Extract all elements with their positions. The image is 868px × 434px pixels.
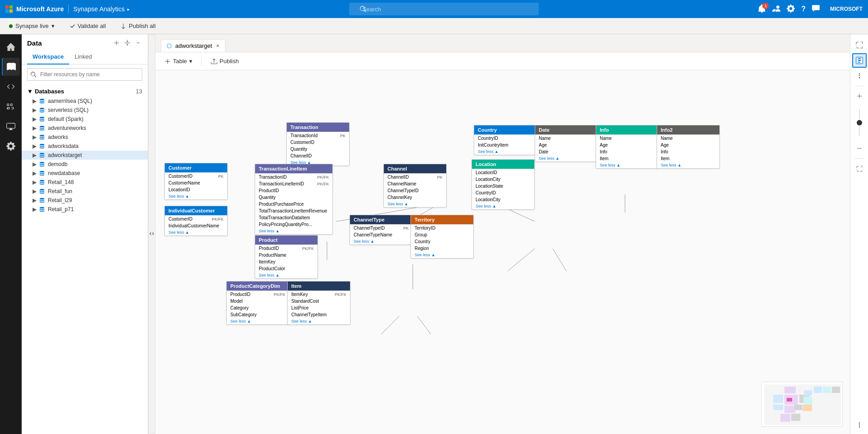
- see-less-link[interactable]: See less ▲: [657, 162, 719, 168]
- db-icon: [39, 206, 45, 212]
- help-icon[interactable]: ?: [801, 5, 806, 13]
- db-item-label: Retail_p71: [48, 206, 74, 212]
- database-item[interactable]: ▶ demodb: [22, 160, 148, 169]
- database-item[interactable]: ▶ Retail_fun: [22, 187, 148, 196]
- see-less-link[interactable]: See less ▲: [596, 162, 658, 168]
- see-less-link[interactable]: See less ▲: [384, 201, 446, 207]
- more-options-button[interactable]: [852, 69, 867, 83]
- see-less-link[interactable]: See less ▲: [535, 155, 597, 162]
- database-item[interactable]: ▶ adventureworks: [22, 124, 148, 133]
- people-icon[interactable]: [772, 5, 780, 14]
- sidebar-data-item[interactable]: [2, 58, 20, 76]
- table-transactionlineitem[interactable]: TransactionLineItem TransactionID PK/FK …: [255, 164, 333, 235]
- column-row: TotalTransactionLineItemRevenue: [255, 208, 332, 214]
- filter-input[interactable]: [27, 68, 142, 81]
- see-less-link[interactable]: See less ▲: [472, 203, 534, 209]
- workspace-tab[interactable]: Workspace: [27, 50, 69, 65]
- zoom-out-button[interactable]: [852, 141, 867, 156]
- expand-view-button[interactable]: [852, 38, 867, 52]
- sidebar-monitor-item[interactable]: [2, 117, 20, 135]
- table-transaction[interactable]: Transaction TransactionId PK CustomerID …: [286, 122, 350, 166]
- zoom-in-button[interactable]: [852, 89, 867, 103]
- svg-rect-28: [773, 405, 783, 410]
- minimap[interactable]: [761, 382, 843, 427]
- expand-icon: ▶: [33, 143, 37, 149]
- table-info[interactable]: Info Name Age Info Item See less ▲: [596, 125, 659, 169]
- add-table-button[interactable]: Table ▾: [161, 56, 196, 66]
- table-channel[interactable]: Channel ChannelID PK ChannelName Channel…: [383, 164, 447, 208]
- database-item[interactable]: ▶ default (Spark): [22, 115, 148, 124]
- sidebar-home-item[interactable]: [2, 38, 20, 56]
- table-info2[interactable]: Info2 Name Age Info Item See less ▲: [657, 125, 720, 169]
- database-item[interactable]: ▶ Retail_148: [22, 178, 148, 187]
- table-productcategorydim[interactable]: ProductCategoryDim ProductID PK/FK Model…: [226, 281, 289, 325]
- notification-icon[interactable]: 1: [758, 5, 766, 14]
- column-row: Group: [411, 231, 473, 238]
- publish-button[interactable]: Publish: [207, 56, 243, 66]
- sidebar-develop-item[interactable]: [2, 78, 20, 96]
- app-chevron[interactable]: ▸: [127, 7, 130, 12]
- linked-tab[interactable]: Linked: [69, 50, 97, 65]
- db-item-label: aamerrilsea (SQL): [48, 98, 92, 104]
- expand-icon: ▶: [33, 152, 37, 158]
- table-channeltype[interactable]: ChannelType ChannelTypeID PK ChannelType…: [350, 215, 413, 245]
- database-item[interactable]: ▶ serverless (SQL): [22, 106, 148, 115]
- sidebar-integrate-item[interactable]: [2, 97, 20, 115]
- fit-view-button[interactable]: [852, 162, 867, 176]
- filter-input-wrap: [22, 65, 148, 84]
- search-input[interactable]: [349, 3, 539, 15]
- see-less-link[interactable]: See less ▲: [255, 228, 332, 234]
- table-customer[interactable]: Customer CustomerID PK CustomerName Loca…: [164, 163, 228, 200]
- tree-section: ▼ Databases 13 ▶ aamerrilsea (SQL) ▶ ser…: [22, 84, 148, 434]
- validate-all-button[interactable]: Validate all: [65, 21, 110, 31]
- column-row: Info: [657, 148, 719, 155]
- database-item[interactable]: ▶ adworksdata: [22, 142, 148, 151]
- left-panel-title: Data: [27, 39, 42, 47]
- diagram-canvas[interactable]: Transaction TransactionId PK CustomerID …: [155, 70, 850, 434]
- see-less-link[interactable]: See less ▲: [411, 252, 473, 258]
- database-item[interactable]: ▶ adworks: [22, 133, 148, 142]
- database-item[interactable]: ▶ Retail_l29: [22, 196, 148, 205]
- expand-icon: ▶: [33, 107, 37, 113]
- database-item[interactable]: ▶ Retail_p71: [22, 205, 148, 214]
- properties-view-button[interactable]: [852, 53, 867, 68]
- see-less-link[interactable]: See less ▲: [255, 272, 317, 278]
- publish-all-button[interactable]: Publish all: [117, 21, 159, 31]
- table-item[interactable]: Item ItemKey PK/FK StandardCost ListPric…: [287, 281, 350, 325]
- main-layout: Data Workspace Linked: [0, 34, 868, 434]
- synapse-live-button[interactable]: Synapse live ▾: [5, 21, 58, 31]
- database-item[interactable]: ▶ newdatabase: [22, 169, 148, 178]
- see-less-link[interactable]: See less ▲: [227, 318, 289, 324]
- table-country[interactable]: Country CountryID InitCountryItem See le…: [474, 125, 537, 155]
- table-location[interactable]: Location LocationID LocationCity Locatio…: [471, 159, 535, 210]
- database-item[interactable]: ▶ aamerrilsea (SQL): [22, 97, 148, 106]
- column-row: CustomerID PK/FK: [165, 216, 227, 222]
- toolbar-separator: [201, 57, 202, 66]
- canvas-tab-adworkstarget[interactable]: ⬡ adworkstarget ✕: [161, 39, 225, 52]
- table-individualcustomer[interactable]: IndividualCustomer CustomerID PK/FK Indi…: [164, 206, 228, 236]
- db-item-label: serverless (SQL): [48, 107, 89, 113]
- settings-icon[interactable]: [787, 5, 795, 14]
- collapse-panel-button[interactable]: [148, 34, 155, 434]
- column-row: ChannelName: [384, 180, 446, 187]
- see-less-link[interactable]: See less ▲: [474, 148, 537, 155]
- column-row: Quantity: [255, 194, 332, 201]
- databases-header[interactable]: ▼ Databases 13: [22, 86, 148, 97]
- feedback-icon[interactable]: [812, 5, 820, 14]
- table-date[interactable]: Date Name Age Date See less ▲: [535, 125, 598, 162]
- close-tab-icon[interactable]: ✕: [216, 43, 219, 48]
- see-less-link[interactable]: See less ▲: [288, 318, 350, 324]
- close-panel-button[interactable]: [134, 39, 142, 47]
- add-resource-button[interactable]: [112, 39, 121, 47]
- expand-icon: ▶: [33, 170, 37, 176]
- see-less-link[interactable]: See less ▲: [350, 238, 412, 245]
- sidebar-manage-item[interactable]: [2, 137, 20, 155]
- see-less-link[interactable]: See less ▲: [165, 193, 227, 199]
- see-less-link[interactable]: See less ▲: [165, 229, 227, 235]
- table-product[interactable]: Product ProductID PK/FK ProductName Item…: [255, 235, 318, 279]
- table-territory[interactable]: Territory TerritoryID Group Country Regi…: [411, 215, 474, 259]
- collapse-all-button[interactable]: [123, 39, 131, 47]
- db-icon: [39, 125, 45, 131]
- more-diagram-options[interactable]: [852, 418, 867, 432]
- database-item[interactable]: ▶ adworkstarget: [22, 151, 148, 160]
